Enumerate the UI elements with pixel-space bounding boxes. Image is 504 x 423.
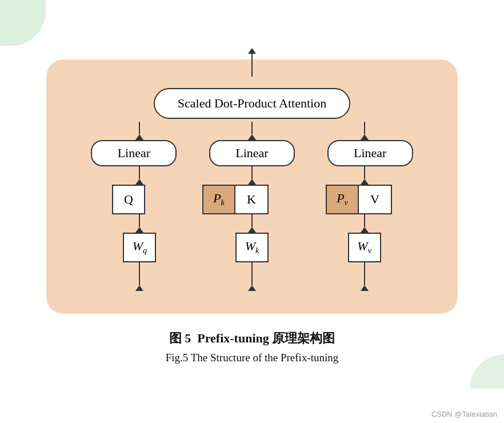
decorative-corner-br xyxy=(470,354,504,389)
linear-label-q: Linear xyxy=(118,146,150,161)
caption-zh: 图 5 Prefix-tuning 原理架构图 xyxy=(166,330,339,347)
arrow-q-to-attn xyxy=(135,122,143,140)
arrow-line-top xyxy=(251,54,253,77)
pv-v-group: Pv V xyxy=(326,185,392,214)
input-arrowhead-v xyxy=(361,285,369,291)
pk-label: Pk xyxy=(213,191,225,207)
line2 xyxy=(251,122,253,134)
attention-box: Scaled Dot-Product Attention xyxy=(154,88,350,119)
pk-k-group: Pk K xyxy=(202,185,269,214)
attention-label: Scaled Dot-Product Attention xyxy=(178,96,326,110)
wv-sub: v xyxy=(368,246,371,255)
arrowhead-wv xyxy=(361,227,369,233)
wv-box: Wv xyxy=(348,233,381,262)
linear-label-k: Linear xyxy=(235,146,268,161)
wq-sub: q xyxy=(143,246,147,255)
line-lq xyxy=(139,166,140,179)
pv-sub: v xyxy=(345,198,348,207)
arrows-w-to-qkv xyxy=(75,214,429,233)
arrowhead-wk xyxy=(248,227,256,233)
arrowhead-top xyxy=(248,48,256,54)
arrow-wq-up xyxy=(135,214,143,233)
k-label: K xyxy=(247,192,256,207)
diagram-wrapper: Scaled Dot-Product Attention xyxy=(46,59,458,314)
arrow-linear-k xyxy=(248,166,256,185)
attention-row: Scaled Dot-Product Attention xyxy=(154,88,350,119)
k-box: K xyxy=(235,185,269,214)
arrowhead1 xyxy=(135,134,143,140)
w-boxes-row: Wq Wk Wv xyxy=(75,233,429,262)
pk-sub: k xyxy=(221,198,225,207)
line3 xyxy=(364,122,365,134)
input-arrow-k xyxy=(248,262,256,291)
page-container: Scaled Dot-Product Attention xyxy=(46,59,458,364)
linear-box-k: Linear xyxy=(209,140,295,166)
caption-zh-text: Prefix-tuning 原理架构图 xyxy=(197,331,335,345)
caption-area: 图 5 Prefix-tuning 原理架构图 Fig.5 The Struct… xyxy=(166,330,339,364)
wk-label: Wk xyxy=(245,239,259,256)
arrow-wv-up xyxy=(361,214,369,233)
arrowhead-lq xyxy=(135,179,143,185)
line-lk xyxy=(251,166,253,179)
line-wq xyxy=(139,214,140,227)
input-arrowhead-q xyxy=(135,285,143,291)
q-box: Q xyxy=(112,185,145,214)
pv-label: Pv xyxy=(337,191,348,207)
arrowhead-lv xyxy=(361,179,369,185)
wk-sub: k xyxy=(255,246,259,255)
caption-zh-prefix: 图 5 xyxy=(169,331,191,345)
q-group: Q xyxy=(112,185,145,214)
input-arrow-q xyxy=(135,262,143,291)
line-wv xyxy=(364,214,365,227)
line-wk xyxy=(251,214,253,227)
wq-box: Wq xyxy=(123,233,156,262)
input-arrowhead-k xyxy=(248,285,256,291)
arrowhead3 xyxy=(361,134,369,140)
linear-row: Linear Linear Linear xyxy=(75,140,429,166)
arrow-linear-v xyxy=(361,166,369,185)
linear-label-v: Linear xyxy=(354,146,386,161)
arrows-attention-to-linear xyxy=(75,122,429,140)
top-output-arrow xyxy=(248,48,256,77)
line-lv xyxy=(364,166,365,179)
input-arrow-v xyxy=(361,262,369,291)
diagram-inner: Scaled Dot-Product Attention xyxy=(75,77,429,291)
pv-box: Pv xyxy=(326,185,359,214)
watermark: CSDN @Talexiatian xyxy=(431,410,497,418)
input-line-k xyxy=(251,262,253,285)
input-line-q xyxy=(139,262,140,285)
pk-box: Pk xyxy=(202,185,235,214)
qkv-row: Q Pk K Pv xyxy=(75,185,429,214)
arrow-linear-q xyxy=(135,166,143,185)
v-label: V xyxy=(370,192,379,207)
wk-box: Wk xyxy=(235,233,269,262)
linear-box-v: Linear xyxy=(327,140,413,166)
arrow-v-to-attn xyxy=(361,122,369,140)
arrowhead2 xyxy=(248,134,256,140)
arrowhead-wq xyxy=(135,227,143,233)
linear-box-q: Linear xyxy=(91,140,177,166)
arrow-wk-up xyxy=(248,214,256,233)
bottom-input-arrows xyxy=(75,262,429,291)
decorative-corner-tl xyxy=(0,0,46,46)
arrow-k-to-attn xyxy=(248,122,256,140)
wv-label: Wv xyxy=(357,239,371,256)
line1 xyxy=(139,122,140,134)
q-label: Q xyxy=(124,192,133,207)
arrows-linear-to-qkv xyxy=(75,166,429,185)
arrowhead-lk xyxy=(248,179,256,185)
input-line-v xyxy=(364,262,365,285)
caption-en: Fig.5 The Structure of the Prefix-tuning xyxy=(166,352,339,364)
wq-label: Wq xyxy=(133,239,147,256)
v-box: V xyxy=(359,185,392,214)
